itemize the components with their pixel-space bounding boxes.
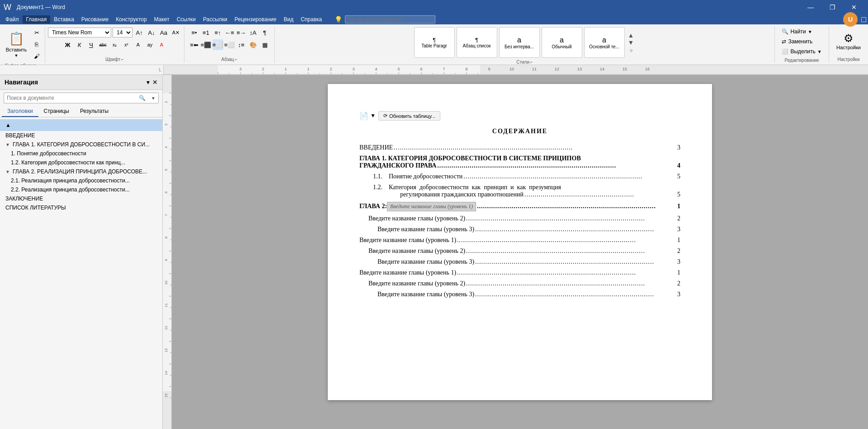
toc-entry-glava2-placeholder[interactable]: Введите название главы (уровень 1) — [387, 202, 476, 211]
nav-search-button[interactable]: 🔍 — [136, 93, 148, 103]
find-button[interactable]: 🔍 Найти ▼ — [779, 27, 815, 36]
align-justify-button[interactable]: ≡⬜ — [224, 39, 235, 50]
nav-search-dropdown[interactable]: ▼ — [148, 94, 158, 103]
styles-scroll-up[interactable]: ▲ — [627, 32, 636, 39]
multilevel-button[interactable]: ≡↑ — [212, 27, 223, 38]
toc-dropdown-icon[interactable]: ▼ — [370, 112, 376, 119]
decrease-font-button[interactable]: A↓ — [146, 27, 157, 38]
styles-expand[interactable]: ⬦ — [627, 46, 636, 53]
document-page[interactable]: 📄 ▼ ⟳ Обновить таблицу... СОДЕРЖАНИЕ ВВЕ… — [328, 84, 712, 400]
align-left-button[interactable]: ≡⬅ — [189, 39, 200, 50]
align-right-button[interactable]: ≡⬜ — [212, 39, 223, 50]
menu-mailings[interactable]: Рассылки — [199, 15, 231, 23]
minimize-button[interactable]: — — [800, 0, 821, 14]
nav-close-icon[interactable]: ✕ — [152, 79, 158, 86]
font-size-select[interactable]: 14 — [113, 28, 132, 37]
replace-button[interactable]: ⇄ Заменить — [779, 37, 815, 46]
menu-view[interactable]: Вид — [280, 15, 297, 23]
style-list-para[interactable]: ¶ Абзац список — [457, 27, 497, 58]
menu-layout[interactable]: Макет — [151, 15, 173, 23]
cut-button[interactable]: ✂ — [31, 27, 42, 38]
clear-format-button[interactable]: A✕ — [170, 27, 181, 38]
font-color-button[interactable]: A — [156, 39, 167, 50]
nav-tree-2-1[interactable]: 2.1. Реализация принципа добросовестност… — [0, 176, 162, 185]
borders-button[interactable]: ▦ — [259, 39, 270, 50]
nav-tab-headings[interactable]: Заголовки — [2, 106, 38, 117]
nav-tree-vvedenie[interactable]: ВВЕДЕНИЕ — [0, 131, 162, 140]
show-marks-button[interactable]: ¶ — [259, 27, 270, 38]
italic-button[interactable]: К — [74, 39, 85, 50]
menu-review[interactable]: Рецензирование — [231, 15, 280, 23]
user-avatar[interactable]: U — [843, 12, 858, 27]
increase-indent-button[interactable]: ≡→ — [236, 27, 247, 38]
nav-tree-1-1[interactable]: 1. Понятие добросовестности — [0, 149, 162, 158]
highlight-button[interactable]: ay — [145, 39, 156, 50]
paste-button[interactable]: 📋 Вставить ▼ — [3, 29, 30, 60]
menu-home[interactable]: Главная — [23, 15, 51, 23]
bullets-button[interactable]: ≡• — [189, 27, 200, 38]
menu-design[interactable]: Конструктор — [112, 15, 150, 23]
style-body-text[interactable]: a Основной те... — [584, 27, 625, 58]
sort-button[interactable]: ↕A — [248, 27, 259, 38]
toc-entry-level3-3[interactable]: Введите название главы (уровень 3) .....… — [359, 291, 680, 298]
bold-button[interactable]: Ж — [62, 39, 73, 50]
select-button[interactable]: ⬜ Выделить ▼ — [779, 47, 824, 56]
nav-search-input[interactable] — [4, 93, 136, 103]
restore-button[interactable]: ❐ — [822, 0, 843, 14]
toc-entry-1-2[interactable]: 1.2. Категория добросовестности как прин… — [359, 184, 680, 198]
menu-insert[interactable]: Вставка — [50, 15, 78, 23]
toc-entry-glava1[interactable]: ГЛАВА 1. КАТЕГОРИЯ ДОБРОСОВЕСТНОСТИ В СИ… — [359, 155, 680, 169]
toc-entry-level2-1[interactable]: Введите название главы (уровень 2) .....… — [359, 215, 680, 222]
nav-dropdown-icon[interactable]: ▾ — [146, 79, 150, 86]
nav-tree-glava2[interactable]: ▼ ГЛАВА 2. РЕАЛИЗАЦИЯ ПРИНЦИПА ДОБРОСОВЕ… — [0, 167, 162, 176]
menu-references[interactable]: Ссылки — [173, 15, 199, 23]
search-bar-input[interactable] — [345, 15, 435, 23]
subscript-button[interactable]: x₂ — [109, 39, 120, 50]
nav-tab-results[interactable]: Результаты — [75, 106, 114, 117]
toc-entry-level2-3[interactable]: Введите название главы (уровень 2) .....… — [359, 280, 680, 287]
update-table-button[interactable]: ⟳ Обновить таблицу... — [378, 111, 440, 121]
text-color-button[interactable]: A — [133, 39, 144, 50]
toc-entry-level1-3[interactable]: Введите название главы (уровень 1) .....… — [359, 269, 680, 276]
nav-tab-pages[interactable]: Страницы — [38, 106, 75, 117]
toc-entry-1-1[interactable]: 1.1. Понятие добросовестности ..........… — [359, 173, 680, 180]
nav-tree-item-selected-bar[interactable]: ▲ — [0, 119, 162, 131]
toc-entry-level3-1[interactable]: Введите название главы (уровень 3) .....… — [359, 226, 680, 233]
copy-button[interactable]: ⎘ — [31, 39, 42, 50]
numbering-button[interactable]: ≡1 — [201, 27, 212, 38]
toc-entry-level2-2[interactable]: Введите название главы (уровень 2) .....… — [359, 247, 680, 255]
style-table-para[interactable]: ¶ Table Paragr — [414, 27, 455, 58]
line-spacing-button[interactable]: ↕≡ — [236, 39, 247, 50]
share-icon[interactable]: □ — [861, 15, 866, 24]
shading-button[interactable]: 🎨 — [248, 39, 259, 50]
nav-tree-zaklyuchenie[interactable]: ЗАКЛЮЧЕНИЕ — [0, 194, 162, 203]
nav-tree-glava2-expand[interactable]: ▼ — [5, 169, 11, 174]
font-name-select[interactable]: Times New Rom — [48, 28, 111, 37]
styles-scroll-down[interactable]: ▼ — [627, 39, 636, 46]
nastroyki-button[interactable]: ⚙ Настройки — [832, 30, 865, 52]
para-expand-icon[interactable]: ⌐ — [235, 57, 238, 62]
style-normal[interactable]: a Обычный — [542, 27, 582, 58]
nav-tree-glava1-expand[interactable]: ▼ — [5, 142, 11, 147]
format-painter-button[interactable]: 🖌 — [31, 51, 42, 61]
menu-file[interactable]: Файл — [2, 15, 23, 23]
menu-draw[interactable]: Рисование — [78, 15, 112, 23]
nav-tree-1-2[interactable]: 1.2. Категория добросовестности как прин… — [0, 158, 162, 167]
toc-entry-vvedenie[interactable]: ВВЕДЕНИЕ ...............................… — [359, 144, 680, 151]
toc-entry-level1-2[interactable]: Введите название главы (уровень 1) .....… — [359, 237, 680, 244]
menu-help[interactable]: Справка — [297, 15, 326, 23]
underline-button[interactable]: Ч — [86, 39, 97, 50]
strikethrough-button[interactable]: abc — [98, 39, 108, 50]
nav-tree-glava1[interactable]: ▼ ГЛАВА 1. КАТЕГОРИЯ ДОБРОСОВЕСТНОСТИ В … — [0, 140, 162, 149]
nav-tree-2-2[interactable]: 2.2. Реализация принципа добросовестност… — [0, 185, 162, 194]
align-center-button[interactable]: ≡⬛ — [201, 39, 212, 50]
styles-expand-icon[interactable]: ⌐ — [530, 60, 533, 65]
toc-entry-level3-2[interactable]: Введите название главы (уровень 3) .....… — [359, 258, 680, 266]
toc-entry-glava2[interactable]: ГЛАВА 2: Введите название главы (уровень… — [359, 202, 680, 211]
style-no-space[interactable]: a Без интерва... — [499, 27, 540, 58]
font-expand-icon[interactable]: ⌐ — [121, 57, 124, 62]
change-case-button[interactable]: Aa — [158, 27, 169, 38]
decrease-indent-button[interactable]: ←≡ — [224, 27, 235, 38]
superscript-button[interactable]: x² — [121, 39, 132, 50]
nav-tree-literatura[interactable]: СПИСОК ЛИТЕРАТУРЫ — [0, 203, 162, 212]
